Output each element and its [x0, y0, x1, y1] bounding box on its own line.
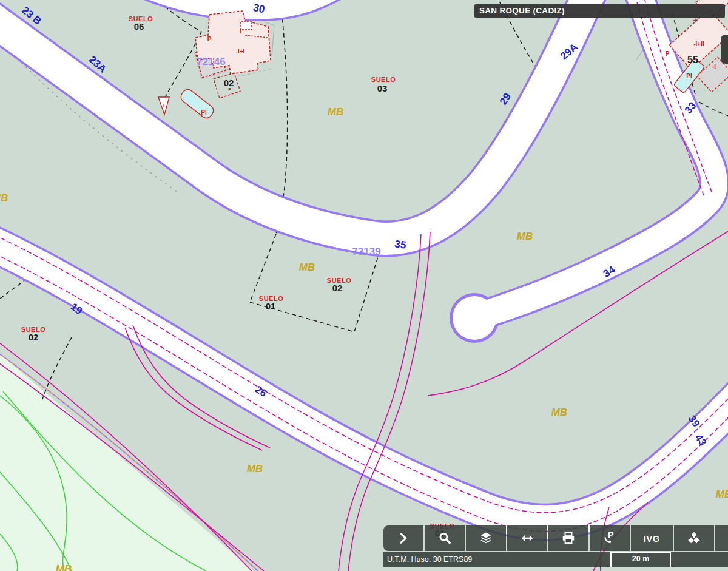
expand-tools-button[interactable]: [383, 525, 423, 551]
building-notch: [241, 21, 252, 30]
magnifier-icon: [437, 531, 452, 546]
scale-value: 20 m: [632, 555, 650, 563]
map-label-mb: MB: [517, 231, 533, 242]
printer-icon: [561, 531, 576, 546]
print-button[interactable]: [548, 525, 588, 551]
map-label-02: 02: [29, 332, 39, 342]
map-label-02: 02: [332, 283, 343, 293]
map-label--i: -I: [712, 63, 716, 70]
map-label-55: 55: [687, 55, 698, 65]
map-label-mb: MB: [299, 262, 315, 273]
map-label-01: 01: [266, 301, 276, 311]
map-label-suelo: SUELO: [371, 76, 396, 83]
horizontal-extent-button[interactable]: [507, 525, 547, 551]
map-label-30: 30: [252, 2, 266, 16]
map-label-03: 03: [377, 83, 388, 93]
horizontal-arrows-icon: [520, 531, 534, 546]
toolbar-overflow-button[interactable]: [715, 525, 728, 551]
map-label-pi: PI: [201, 109, 207, 116]
svg-text:P: P: [608, 531, 613, 539]
map-label-mb: MB: [247, 463, 263, 475]
municipality-title: SAN ROQUE (CADIZ): [479, 6, 565, 15]
map-label-i: I: [240, 28, 242, 35]
map-label-mb: MB: [328, 106, 343, 118]
chevron-right-icon: [396, 531, 411, 546]
scale-bar: 20 m: [610, 552, 671, 567]
layers-button[interactable]: [466, 525, 506, 551]
cubes-icon: [687, 531, 701, 546]
map-label-73139: 73139: [352, 246, 380, 257]
map-label-i: I: [163, 103, 164, 108]
map-label-p: P: [207, 36, 212, 42]
map-label-p: P: [228, 87, 232, 92]
map-label-06: 06: [134, 21, 144, 32]
status-bar: U.T.M. Huso: 30 ETRS89 20 m: [383, 552, 728, 567]
catastro-map-viewer: 23 B23A30SUELO06PI-I+I7214602PIPISUELO03…: [0, 0, 728, 571]
3d-cartography-button[interactable]: [674, 525, 714, 551]
map-label-mb: MB: [716, 488, 728, 500]
map-toolbar: P IVG: [383, 525, 728, 551]
map-label-pi: PI: [686, 73, 692, 79]
municipality-title-bar: SAN ROQUE (CADIZ): [474, 4, 725, 18]
side-panel-handle[interactable]: [721, 35, 728, 64]
map-canvas[interactable]: 23 B23A30SUELO06PI-I+I7214602PIPISUELO03…: [0, 0, 728, 571]
map-label-72146: 72146: [197, 56, 225, 67]
map-label--i-i: -I+I: [236, 48, 245, 55]
layers-icon: [479, 531, 493, 546]
map-label-mb: MB: [551, 407, 567, 418]
parcel-pointer-icon: P: [602, 531, 617, 546]
map-label-mb: MB: [56, 563, 72, 571]
map-label-mb: MB: [0, 192, 8, 204]
map-label-35: 35: [394, 238, 406, 251]
zoom-search-button[interactable]: [425, 525, 465, 551]
utm-projection-label: U.T.M. Huso: 30 ETRS89: [383, 552, 728, 567]
ivg-button[interactable]: IVG: [631, 525, 673, 551]
map-label-p: P: [666, 50, 670, 57]
ivg-label: IVG: [644, 533, 660, 544]
parcel-query-button[interactable]: P: [590, 525, 630, 551]
map-label--i-ii: -I+II: [693, 41, 704, 47]
